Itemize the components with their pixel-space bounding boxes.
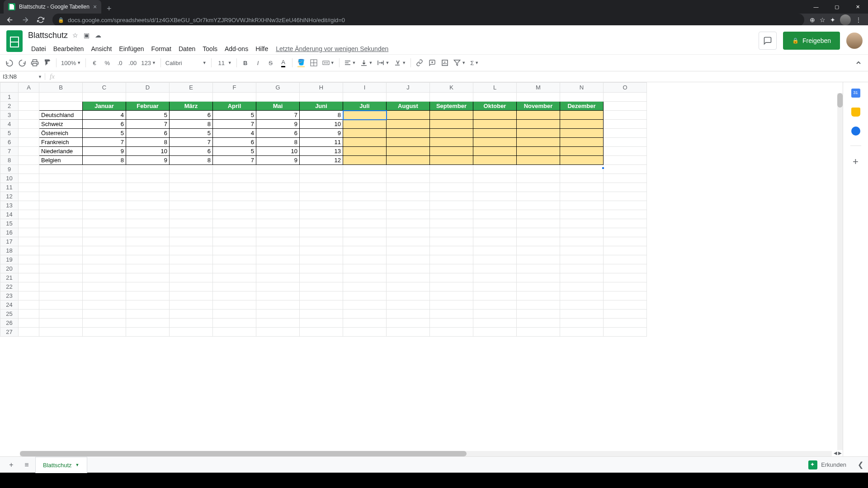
row-header[interactable]: 10 bbox=[0, 174, 19, 183]
cell[interactable] bbox=[387, 255, 430, 264]
cell[interactable]: 6 bbox=[256, 129, 300, 138]
spreadsheet-grid[interactable]: ABCDEFGHIJKLMNO 12JanuarFebruarMärzApril… bbox=[0, 82, 647, 337]
cell[interactable] bbox=[387, 328, 430, 337]
row-header[interactable]: 4 bbox=[0, 120, 19, 129]
cell[interactable]: 8 bbox=[126, 138, 170, 147]
cell[interactable] bbox=[430, 264, 473, 273]
cell[interactable] bbox=[560, 273, 604, 282]
cell[interactable] bbox=[473, 319, 517, 328]
cell[interactable] bbox=[517, 264, 560, 273]
cell[interactable] bbox=[517, 111, 560, 120]
cell[interactable] bbox=[213, 319, 256, 328]
cell[interactable]: 8 bbox=[256, 138, 300, 147]
cell[interactable] bbox=[83, 310, 126, 319]
cell[interactable] bbox=[213, 255, 256, 264]
cell[interactable] bbox=[604, 147, 647, 156]
cell[interactable] bbox=[170, 300, 213, 310]
menu-daten[interactable]: Daten bbox=[175, 43, 198, 54]
cell[interactable] bbox=[560, 192, 604, 201]
cell[interactable] bbox=[39, 174, 83, 183]
column-header[interactable]: L bbox=[473, 83, 517, 93]
cell[interactable] bbox=[19, 102, 39, 111]
cell[interactable] bbox=[430, 246, 473, 255]
sheets-logo-icon[interactable] bbox=[5, 29, 24, 53]
cell[interactable] bbox=[343, 210, 387, 219]
cell[interactable] bbox=[387, 264, 430, 273]
cell[interactable]: 5 bbox=[83, 129, 126, 138]
cell[interactable] bbox=[300, 228, 343, 237]
cell[interactable] bbox=[256, 291, 300, 300]
chrome-menu-icon[interactable]: ⋮ bbox=[855, 16, 862, 23]
format-dropdown[interactable]: 123▼ bbox=[139, 60, 158, 66]
cell[interactable] bbox=[387, 246, 430, 255]
functions-button[interactable]: Σ▼ bbox=[468, 60, 481, 66]
cell[interactable] bbox=[387, 228, 430, 237]
cell[interactable] bbox=[170, 183, 213, 192]
cell[interactable] bbox=[430, 273, 473, 282]
cell[interactable] bbox=[560, 264, 604, 273]
print-button[interactable] bbox=[29, 57, 41, 69]
cell[interactable]: 5 bbox=[213, 111, 256, 120]
filter-button[interactable]: ▼ bbox=[452, 59, 467, 66]
cell[interactable] bbox=[126, 255, 170, 264]
cell[interactable] bbox=[560, 246, 604, 255]
italic-button[interactable]: I bbox=[252, 57, 264, 69]
tasks-icon[interactable] bbox=[851, 127, 860, 136]
cell[interactable] bbox=[604, 138, 647, 147]
horizontal-scrollbar[interactable] bbox=[20, 451, 832, 456]
cell[interactable] bbox=[83, 328, 126, 337]
cell[interactable] bbox=[19, 138, 39, 147]
cell[interactable] bbox=[126, 228, 170, 237]
cell[interactable] bbox=[604, 183, 647, 192]
cell[interactable] bbox=[343, 310, 387, 319]
cell[interactable] bbox=[83, 201, 126, 210]
cell[interactable] bbox=[256, 273, 300, 282]
column-header[interactable]: A bbox=[19, 83, 39, 93]
cell[interactable] bbox=[343, 192, 387, 201]
cell[interactable] bbox=[39, 210, 83, 219]
cell[interactable] bbox=[560, 129, 604, 138]
cell[interactable] bbox=[560, 174, 604, 183]
cell[interactable] bbox=[604, 273, 647, 282]
cell[interactable] bbox=[387, 147, 430, 156]
cell[interactable] bbox=[343, 246, 387, 255]
document-title[interactable]: Blattschutz bbox=[28, 31, 68, 40]
cell[interactable] bbox=[39, 246, 83, 255]
cell[interactable] bbox=[517, 282, 560, 291]
cell[interactable] bbox=[170, 237, 213, 246]
cell[interactable] bbox=[343, 219, 387, 228]
cell[interactable] bbox=[387, 219, 430, 228]
cell[interactable] bbox=[256, 174, 300, 183]
cell[interactable] bbox=[256, 264, 300, 273]
borders-button[interactable] bbox=[308, 57, 320, 69]
cell[interactable] bbox=[300, 183, 343, 192]
add-addon-button[interactable]: + bbox=[853, 156, 859, 168]
cell[interactable] bbox=[604, 282, 647, 291]
cell[interactable] bbox=[473, 93, 517, 102]
cell[interactable] bbox=[343, 138, 387, 147]
cell[interactable] bbox=[560, 328, 604, 337]
menu-ansicht[interactable]: Ansicht bbox=[88, 43, 115, 54]
cell[interactable] bbox=[170, 319, 213, 328]
cell[interactable] bbox=[560, 165, 604, 174]
cell[interactable] bbox=[256, 246, 300, 255]
cell[interactable] bbox=[604, 93, 647, 102]
row-header[interactable]: 24 bbox=[0, 300, 19, 310]
cell[interactable]: 4 bbox=[213, 129, 256, 138]
cell[interactable] bbox=[39, 310, 83, 319]
cell[interactable] bbox=[517, 120, 560, 129]
row-header[interactable]: 27 bbox=[0, 328, 19, 337]
cell[interactable] bbox=[473, 246, 517, 255]
back-button[interactable] bbox=[4, 14, 16, 26]
menu-einfuegen[interactable]: Einfügen bbox=[116, 43, 147, 54]
column-header[interactable]: F bbox=[213, 83, 256, 93]
row-header[interactable]: 15 bbox=[0, 219, 19, 228]
cell[interactable] bbox=[387, 282, 430, 291]
cell[interactable] bbox=[19, 147, 39, 156]
menu-tools[interactable]: Tools bbox=[199, 43, 221, 54]
cell[interactable] bbox=[387, 319, 430, 328]
row-header[interactable]: 18 bbox=[0, 246, 19, 255]
cell[interactable] bbox=[473, 174, 517, 183]
cell[interactable] bbox=[83, 219, 126, 228]
cell[interactable] bbox=[126, 246, 170, 255]
